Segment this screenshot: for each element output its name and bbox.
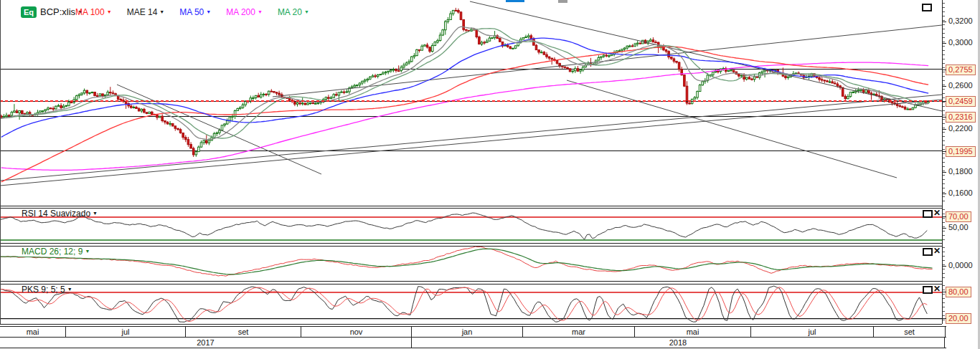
rsi-axis-label: 50,00: [948, 223, 969, 232]
pks-panel[interactable]: [0, 284, 942, 325]
year-label: 2017: [197, 338, 214, 347]
pks-title[interactable]: PKS 9; 5; 5▼: [22, 285, 72, 295]
axis-tick: [943, 129, 946, 130]
ma-legend-label: MA 100: [75, 7, 105, 17]
pks-axis-label: 20,00: [946, 313, 971, 324]
plot-left-border: [0, 0, 1, 324]
axis-tick: [943, 117, 946, 118]
pks-close-icon[interactable]: ✕: [933, 285, 941, 293]
macd-close-icon[interactable]: ✕: [933, 247, 941, 255]
price-axis-label: 0,2600: [948, 81, 973, 90]
month-label: set: [238, 328, 249, 336]
maximize-icon[interactable]: [922, 4, 932, 11]
month-label: mai: [27, 328, 39, 336]
ma-legend-item-mae-14[interactable]: MAE 14▼: [127, 7, 165, 17]
price-axis-label: 0,2755: [946, 64, 976, 75]
axis-tick: [943, 21, 946, 22]
chevron-down-icon: ▼: [206, 9, 211, 14]
chevron-down-icon: ▼: [67, 287, 72, 292]
ma-legend: MA 100▼MAE 14▼MA 50▼MA 200▼MA 20▼: [75, 7, 309, 17]
macd-axis-ticks: [943, 247, 945, 279]
ma-legend-label: MA 200: [226, 7, 255, 17]
ma-legend-item-ma-100[interactable]: MA 100▼: [75, 7, 112, 17]
axis-tick: [943, 216, 946, 217]
year-label: 2018: [669, 338, 687, 347]
macd-title-label: MACD 26; 12; 9: [22, 247, 83, 257]
ma-legend-item-ma-20[interactable]: MA 20▼: [278, 7, 309, 17]
axis-tick: [943, 86, 946, 87]
chevron-down-icon: ▼: [258, 9, 263, 14]
pks-canvas[interactable]: [0, 285, 942, 324]
month-label: jan: [462, 328, 473, 336]
month-label: jul: [808, 328, 816, 336]
equity-badge: Eq: [21, 6, 37, 18]
axis-tick: [943, 43, 946, 44]
price-axis-label: 0,1600: [948, 188, 973, 198]
chevron-down-icon: ▼: [107, 9, 112, 14]
macd-canvas[interactable]: [0, 247, 942, 281]
chevron-down-icon: ▼: [85, 249, 90, 254]
time-axis-years: 20172018: [0, 338, 946, 348]
rsi-maximize-icon[interactable]: [923, 210, 933, 218]
ma-legend-item-ma-200[interactable]: MA 200▼: [226, 7, 263, 17]
ma-legend-label: MA 20: [278, 7, 302, 17]
chevron-down-icon: ▼: [159, 9, 164, 14]
time-axis-month-cell: mar: [523, 327, 635, 337]
axis-tick: [943, 193, 946, 194]
symbol-label: BCP:xlis: [40, 6, 75, 17]
time-axis[interactable]: maijulsetnovjanmarmaijulset 20172018: [0, 326, 946, 348]
rsi-close-icon[interactable]: ✕: [933, 209, 941, 217]
rsi-axis-ticks: [943, 209, 945, 241]
top-edge-blue-fragment: [506, 0, 524, 2]
price-axis-label: 0,2459: [946, 96, 976, 107]
axis-tick: [943, 228, 946, 229]
rsi-axis-label: 70,00: [946, 211, 971, 222]
price-axis-label: 0,3200: [948, 16, 973, 26]
macd-title[interactable]: MACD 26; 12; 9▼: [22, 247, 90, 257]
axis-tick: [943, 70, 946, 70]
main-chart-panel[interactable]: [0, 0, 942, 206]
pks-axis-ticks: [943, 285, 945, 322]
chart-application: Eq BCP:xlis▼ MA 100▼MAE 14▼MA 50▼MA 200▼…: [0, 0, 980, 349]
time-axis-month-cell: jul: [751, 327, 874, 337]
time-axis-year-cell: 2018: [412, 338, 945, 348]
pks-maximize-icon[interactable]: [923, 286, 933, 294]
main-chart-canvas[interactable]: [0, 0, 942, 205]
time-axis-month-cell: nov: [301, 327, 412, 337]
time-axis-year-cell: 2017: [0, 338, 412, 348]
axis-tick: [943, 151, 946, 152]
time-axis-month-cell: jan: [412, 327, 523, 337]
top-edge-gray-fragment: [558, 0, 567, 3]
rsi-title[interactable]: RSI 14 Suavizado▼: [22, 209, 98, 219]
axis-tick: [943, 318, 946, 319]
axis-tick: [943, 266, 946, 267]
chevron-down-icon: ▼: [304, 9, 309, 14]
price-axis-label: 0,1800: [948, 167, 973, 176]
month-label: jul: [121, 328, 129, 336]
rsi-canvas[interactable]: [0, 209, 942, 243]
time-axis-month-cell: mai: [635, 327, 751, 337]
axis-tick: [943, 101, 946, 102]
axis-tick: [943, 292, 946, 292]
price-axis-ticks: [943, 3, 945, 204]
pks-axis-label: 80,00: [946, 287, 971, 297]
month-label: mai: [687, 328, 699, 336]
price-axis-label: 0,1995: [946, 146, 976, 157]
axis-tick: [943, 172, 946, 173]
time-axis-month-cell: set: [186, 327, 301, 337]
time-axis-months: maijulsetnovjanmarmaijulset: [0, 327, 946, 338]
macd-maximize-icon[interactable]: [923, 248, 933, 256]
pks-title-label: PKS 9; 5; 5: [22, 285, 65, 295]
macd-axis-label: 0,0000: [948, 261, 973, 270]
time-axis-month-cell: jul: [66, 327, 186, 337]
ma-legend-label: MA 50: [179, 7, 204, 17]
month-label: mar: [572, 328, 585, 336]
price-axis-label: 0,3000: [948, 38, 973, 47]
time-axis-month-cell: set: [874, 327, 946, 337]
macd-panel[interactable]: [0, 246, 942, 282]
rsi-panel[interactable]: [0, 208, 942, 244]
time-axis-month-cell: mai: [0, 327, 66, 337]
month-label: nov: [350, 328, 363, 336]
rsi-title-label: RSI 14 Suavizado: [22, 209, 90, 219]
ma-legend-item-ma-50[interactable]: MA 50▼: [179, 7, 211, 17]
